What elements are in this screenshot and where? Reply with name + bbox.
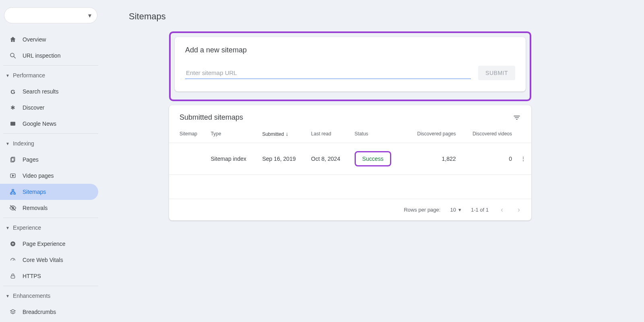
chevron-down-icon: ▼ [6,73,10,78]
sidebar-item-url-inspection[interactable]: URL inspection [0,48,98,64]
col-submitted[interactable]: Submitted↓ [259,125,308,143]
svg-marker-15 [10,310,15,312]
sidebar-item-label: HTTPS [23,273,41,279]
cell-submitted: Sep 16, 2019 [259,143,308,175]
sidebar-item-label: Overview [23,36,46,43]
sidebar-item-label: Google News [23,120,56,127]
video-icon [9,172,17,180]
section-label: Enhancements [13,293,50,299]
sort-down-icon: ↓ [285,131,288,137]
svg-rect-2 [10,122,15,125]
sidebar-item-overview[interactable]: Overview [0,31,98,48]
property-selector[interactable]: ▾ [4,7,97,23]
sidebar-item-label: Core Web Vitals [23,257,63,263]
divider [3,286,98,286]
sidebar: ▾ Overview URL inspection ▼ Performance … [0,0,101,322]
pager-prev[interactable]: ‹ [498,206,506,214]
submitted-sitemaps-card: Submitted sitemaps Sitemap Type Submitte… [169,105,531,220]
sidebar-item-google-news[interactable]: Google News [0,116,98,132]
speed-icon [9,256,17,264]
sidebar-item-label: Breadcrumbs [23,309,56,315]
submitted-title: Submitted sitemaps [180,113,243,122]
chevron-down-icon: ▼ [6,141,10,146]
lock-icon [9,272,17,280]
pager: Rows per page: 10 ▾ 1-1 of 1 ‹ › [169,199,531,220]
chevron-down-icon: ▼ [6,226,10,230]
sidebar-item-label: Discover [23,104,44,111]
home-icon [9,35,17,44]
cell-sitemap [169,143,207,175]
sidebar-item-pages[interactable]: Pages [0,152,98,168]
table-row[interactable]: Sitemap index Sep 16, 2019 Oct 8, 2024 S… [169,143,531,175]
sidebar-item-sitemaps[interactable]: Sitemaps [0,184,98,200]
eye-off-icon [9,204,17,212]
svg-marker-6 [12,175,14,177]
section-performance[interactable]: ▼ Performance [0,67,101,83]
sidebar-item-core-web-vitals[interactable]: Core Web Vitals [0,252,98,268]
sitemaps-table: Sitemap Type Submitted↓ Last read Status… [169,125,531,199]
svg-line-13 [13,260,14,261]
col-videos[interactable]: Discovered videos [459,125,515,143]
add-sitemap-highlight: Add a new sitemap SUBMIT [169,31,531,101]
sidebar-item-page-experience[interactable]: Page Experience [0,236,98,252]
sidebar-item-label: Pages [23,156,39,163]
pager-range: 1-1 of 1 [471,207,489,213]
sidebar-item-removals[interactable]: Removals [0,200,98,216]
col-type[interactable]: Type [207,125,259,143]
cell-last-read: Oct 8, 2024 [308,143,351,175]
svg-rect-9 [14,193,15,194]
sidebar-item-discover[interactable]: ✱ Discover [0,100,98,116]
chevron-down-icon: ▾ [458,207,461,213]
svg-rect-8 [10,193,12,194]
section-indexing[interactable]: ▼ Indexing [0,135,101,152]
col-pages[interactable]: Discovered pages [404,125,459,143]
col-status[interactable]: Status [351,125,404,143]
circle-plus-icon [9,240,17,248]
cell-status: Success [351,143,404,175]
section-label: Experience [13,224,41,231]
sidebar-item-label: Video pages [23,172,54,179]
news-icon [9,120,17,128]
sidebar-item-label: Page Experience [23,241,66,247]
sidebar-item-label: Search results [23,88,58,95]
sidebar-item-label: Sitemaps [23,189,46,195]
chevron-down-icon: ▾ [88,12,91,19]
layers-icon [9,308,17,316]
pager-next[interactable]: › [515,206,522,214]
add-sitemap-title: Add a new sitemap [185,46,515,54]
svg-line-1 [14,56,16,58]
rows-per-page-label: Rows per page: [404,207,440,213]
pages-icon [9,156,17,164]
cell-pages: 1,822 [404,143,459,175]
submit-button[interactable]: SUBMIT [478,66,515,80]
divider [3,65,98,66]
chevron-down-icon: ▼ [6,294,10,298]
cell-videos: 0 [459,143,515,175]
row-menu-button[interactable]: ⋮ [515,143,531,175]
divider [3,133,98,134]
sitemap-url-input[interactable] [185,67,471,79]
sidebar-item-search-results[interactable]: G Search results [0,83,98,100]
sidebar-item-label: URL inspection [23,52,60,59]
col-sitemap[interactable]: Sitemap [169,125,207,143]
main-content: Sitemaps Add a new sitemap SUBMIT Submit… [101,0,644,322]
search-icon [9,52,17,60]
add-sitemap-card: Add a new sitemap SUBMIT [175,37,526,91]
svg-point-0 [10,53,14,57]
star-icon: ✱ [9,104,17,112]
filter-icon[interactable] [513,114,521,122]
google-icon: G [9,87,17,96]
sidebar-item-breadcrumbs[interactable]: Breadcrumbs [0,304,98,320]
sidebar-item-label: Removals [23,205,47,211]
page-title: Sitemaps [129,0,644,31]
section-label: Performance [13,72,45,79]
sidebar-item-https[interactable]: HTTPS [0,268,98,284]
sidebar-item-video-pages[interactable]: Video pages [0,168,98,184]
section-label: Indexing [13,140,34,147]
rows-per-page-select[interactable]: 10 ▾ [450,207,461,213]
cell-type: Sitemap index [207,143,259,175]
section-experience[interactable]: ▼ Experience [0,220,101,236]
svg-rect-7 [12,189,14,191]
col-last-read[interactable]: Last read [308,125,351,143]
section-enhancements[interactable]: ▼ Enhancements [0,288,101,304]
